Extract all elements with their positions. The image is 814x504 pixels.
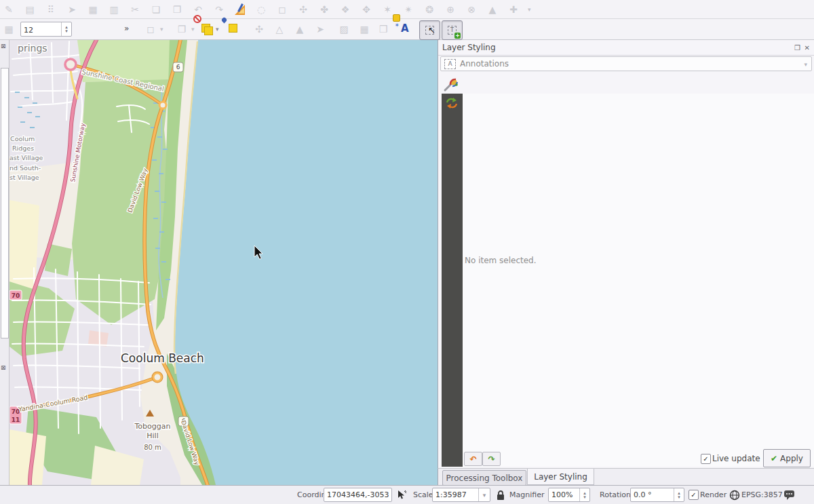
digitize-icon-9[interactable]: ❂ [423, 3, 436, 16]
copy-caret[interactable]: ▾ [191, 26, 198, 33]
rotation-value[interactable] [631, 488, 673, 501]
coordinate-value[interactable] [324, 488, 391, 501]
stepper-down-icon[interactable]: ▾ [65, 29, 68, 33]
attribute-table-icon[interactable]: ▦ [86, 3, 100, 16]
toolbar-dropdown-caret[interactable]: ▾ [528, 6, 535, 13]
copy-features-icon[interactable]: ❐ [175, 22, 189, 36]
panel-undock-icon[interactable]: ❐ [794, 44, 800, 52]
magnifier-label: Magnifier [509, 490, 544, 499]
undo-arrow-icon: ↶ [469, 454, 476, 464]
select-rect-icon[interactable]: ◻ [144, 22, 157, 36]
crs-globe-icon[interactable] [729, 490, 740, 501]
rotation-spinbox[interactable]: ▴▾ [630, 488, 684, 502]
messages-bubble-icon[interactable] [783, 489, 796, 501]
copy-icon[interactable]: ❏ [149, 3, 163, 16]
bottom-tab-bar: Processing Toolbox Layer Styling [438, 468, 814, 485]
add-plus-badge: + [454, 33, 461, 39]
crs-status[interactable]: EPSG:3857 [741, 490, 783, 499]
tracking-cursor-icon[interactable] [396, 490, 407, 501]
lock-scale-icon[interactable] [495, 490, 506, 501]
tolerance-spinbox[interactable]: ▴ ▾ [20, 22, 72, 37]
redo-arrow-icon: ↷ [488, 454, 495, 464]
annotation-a-glyph: A [401, 22, 409, 35]
scale-value[interactable] [433, 488, 479, 501]
tab-processing-toolbox[interactable]: Processing Toolbox [442, 470, 526, 486]
tab-layer-styling[interactable]: Layer Styling [527, 469, 594, 485]
label-hill-elevation: 80 m [144, 444, 161, 451]
select-caret[interactable]: ▾ [160, 26, 167, 33]
checkmark-icon: ✓ [703, 454, 708, 463]
panel-close-icon[interactable]: ✕ [805, 44, 810, 52]
live-update-label: Live update [712, 454, 760, 463]
cut-icon[interactable]: ✂ [128, 3, 142, 16]
move-annotation-icon[interactable]: ✣ [252, 22, 266, 36]
select-tool-icon[interactable]: ➤ [65, 3, 79, 16]
label-district-4: nd South- [9, 164, 41, 172]
magnifier-value[interactable] [549, 488, 580, 501]
digitize-icon-4[interactable]: ✤ [317, 3, 331, 16]
rotate-label-icon[interactable]: △ [273, 22, 286, 36]
scale-caret[interactable]: ▾ [478, 488, 490, 501]
live-update-checkbox[interactable]: ✓ [701, 454, 711, 464]
digitize-icon-13[interactable]: ✚ [507, 3, 520, 16]
digitize-icon-5[interactable]: ❖ [338, 3, 352, 16]
label-district-2: Ridges [12, 144, 34, 152]
layer-diagram-caret[interactable]: ▾ [216, 26, 222, 33]
save-icon[interactable]: ▤ [23, 3, 37, 16]
snapping-icon[interactable]: ▦ [2, 22, 16, 36]
rotation-label: Rotation [600, 490, 631, 499]
digitize-icon-11[interactable]: ⊗ [465, 3, 478, 16]
label-district-3: ast Village [9, 154, 43, 161]
rotation-stepper[interactable]: ▴▾ [674, 488, 684, 501]
digitize-icon-3[interactable]: ✣ [296, 3, 310, 16]
change-label-icon[interactable]: ▲ [293, 22, 307, 36]
create-text-annotation-button[interactable]: T + [442, 20, 463, 40]
digitize-icon-10[interactable]: ⊕ [444, 3, 457, 16]
scale-combo[interactable]: ▾ [432, 488, 490, 502]
magnifier-stepper[interactable]: ▴▾ [579, 488, 589, 501]
label-town: Coolum Beach [121, 351, 204, 365]
map-canvas[interactable]: 6 6 70 70 11 prings Sunshine Coast Regio… [9, 40, 438, 485]
apply-button[interactable]: ✔ Apply [763, 449, 811, 467]
pin-labels-icon[interactable]: ➤ [313, 22, 327, 36]
shield-11: 11 [12, 416, 20, 423]
field-calculator-icon[interactable]: ▥ [107, 3, 121, 16]
redo-icon[interactable]: ↷ [212, 3, 226, 16]
panel-close-icon-bottom[interactable]: ⊠ [1, 364, 6, 371]
undo-icon[interactable]: ↶ [191, 3, 205, 16]
move-callout-icon[interactable]: ❒ [376, 22, 390, 36]
digitize-icon-6[interactable]: ✥ [360, 3, 373, 16]
style-undo-button[interactable]: ↶ [464, 452, 482, 466]
label-callout-icon[interactable]: ▦ [357, 22, 371, 36]
highlight-labels-icon[interactable]: ▨ [337, 22, 351, 36]
modify-annotations-button[interactable]: ↖ [419, 20, 440, 40]
panel-close-icon-top[interactable]: ⊠ [1, 43, 6, 50]
vertex-tool-icon[interactable]: ⠿ [44, 3, 58, 16]
tolerance-stepper[interactable]: ▴ ▾ [61, 22, 71, 36]
toolbar-overflow-chevron[interactable]: » [124, 24, 129, 33]
label-district-1: Coolum [10, 135, 35, 142]
history-arrows-icon[interactable] [444, 96, 459, 111]
layer-selector-combo[interactable]: A Annotations ▾ [440, 56, 812, 71]
digitize-icon-7[interactable]: ✶ [381, 3, 394, 16]
digitize-icon-2[interactable]: ◻ [275, 3, 289, 16]
shield-70: 70 [12, 292, 20, 299]
layer-selector-value: Annotations [460, 59, 509, 69]
style-redo-button[interactable]: ↷ [482, 452, 501, 466]
edit-icon[interactable]: ✎ [2, 3, 16, 16]
magnifier-spinbox[interactable]: ▴▾ [548, 488, 590, 502]
panel-title: Layer Styling [442, 43, 496, 52]
apply-check-icon: ✔ [771, 454, 777, 463]
digitize-icon-1[interactable]: ◌ [254, 3, 268, 16]
paste-icon[interactable]: ❐ [170, 3, 184, 16]
render-check-icon: ✓ [691, 490, 696, 499]
annotation-star-glyph: ✶ [394, 22, 400, 28]
render-checkbox[interactable]: ✓ [689, 490, 699, 500]
digitize-icon-8[interactable]: ✴ [402, 3, 415, 16]
collapsed-panel-body[interactable] [1, 68, 9, 338]
panel-content-area [463, 94, 814, 467]
coordinate-input[interactable] [324, 488, 392, 502]
digitize-icon-12[interactable]: ▲ [486, 3, 499, 16]
annotation-toolbar-icon[interactable] [233, 3, 247, 16]
symbology-brush-icon[interactable] [443, 76, 459, 92]
